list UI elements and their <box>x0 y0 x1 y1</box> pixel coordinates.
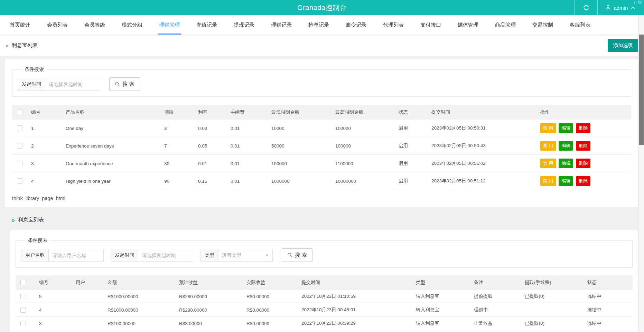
cell-remark: 提前提取 <box>470 290 521 303</box>
tab-agent-list[interactable]: 代理列表 <box>375 15 412 35</box>
date-filter-input[interactable] <box>45 78 100 91</box>
user-menu[interactable]: admin <box>598 0 644 15</box>
cell-max: 100000 <box>332 120 395 137</box>
cell-user <box>72 303 104 317</box>
app-title: Granada控制台 <box>0 3 644 12</box>
search-legend: 条件搜索 <box>25 237 50 244</box>
table-row: 4 R$1000.00000 R$280.00000 R$0.00000 202… <box>16 303 633 317</box>
refresh-icon <box>583 4 589 11</box>
table-row: 3 One month experience 30 0.01 0.01 1000… <box>12 155 631 172</box>
delete-button[interactable]: 删除 <box>576 159 590 168</box>
cell-withdraw <box>521 330 584 332</box>
cell-time: 2023年02月05日 00:51:02 <box>428 155 537 172</box>
scrollbar[interactable] <box>638 15 644 332</box>
tab-withdraw-records[interactable]: 提现记录 <box>225 15 263 35</box>
tab-member-list[interactable]: 会员列表 <box>39 15 76 35</box>
edit-button[interactable]: 编辑 <box>559 123 573 133</box>
search-button[interactable]: 搜 索 <box>282 248 312 262</box>
cell-expected: R$280.00000 <box>176 303 243 317</box>
tab-trade-control[interactable]: 交易控制 <box>524 15 561 35</box>
tab-order-grab-records[interactable]: 抢单记录 <box>300 15 337 35</box>
cell-amount: R$1000.00000 <box>104 290 176 303</box>
col-expected: 预计收益 <box>176 275 243 290</box>
edit-button[interactable]: 编辑 <box>559 141 573 151</box>
record-table-body: 5 R$1000.00000 R$280.00000 R$0.00000 202… <box>16 290 633 332</box>
top-bar: Granada控制台 正版 admin <box>0 0 644 15</box>
select-all-checkbox[interactable] <box>20 280 26 285</box>
row-checkbox[interactable] <box>17 178 22 184</box>
cell-term: 7 <box>161 137 195 155</box>
type-filter-label: 类型 <box>200 249 218 262</box>
tab-recharge-records[interactable]: 充值记录 <box>188 15 225 35</box>
table-row: 5 R$1000.00000 R$280.00000 R$0.00000 202… <box>16 290 633 303</box>
tab-finance-mgmt[interactable]: 理财管理 <box>151 15 188 35</box>
tab-payment-api[interactable]: 支付接口 <box>412 15 449 35</box>
cell-amount: R$1000.00000 <box>104 303 176 317</box>
row-checkbox[interactable] <box>20 294 26 299</box>
select-all-checkbox[interactable] <box>17 110 22 115</box>
tab-home-stats[interactable]: 首页统计 <box>1 15 39 35</box>
cell-id: 5 <box>36 290 72 303</box>
row-checkbox[interactable] <box>17 143 22 149</box>
tab-account-change-records[interactable]: 账变记录 <box>337 15 375 35</box>
search-panel: 条件搜索 发起时间 搜 索 <box>12 66 631 97</box>
product-table-body: 1 One day 3 0.03 0.01 10000 100000 启用 20… <box>12 120 631 190</box>
cell-min: 10000 <box>268 120 332 137</box>
cell-status: 启用 <box>395 172 428 190</box>
tab-member-level[interactable]: 会员等级 <box>76 15 113 35</box>
row-checkbox[interactable] <box>20 321 26 326</box>
cell-remark: 正常收益 <box>470 317 521 330</box>
disable-button[interactable]: 禁 用 <box>540 159 556 168</box>
tab-service-list[interactable]: 客服列表 <box>561 15 599 35</box>
refresh-button[interactable] <box>575 0 597 15</box>
cell-status: 启用 <box>395 120 428 137</box>
cell-max: 100000 <box>332 137 395 155</box>
tab-finance-records[interactable]: 理财记录 <box>263 15 300 35</box>
page-title: 利息宝列表 <box>12 42 38 49</box>
delete-button[interactable]: 删除 <box>576 176 590 186</box>
cell-time: 2022年10月23日 00:45:01 <box>298 303 412 317</box>
col-type: 类型 <box>412 275 470 290</box>
delete-button[interactable]: 删除 <box>576 123 590 133</box>
cell-id: 2 <box>28 137 62 155</box>
date-filter-input[interactable] <box>138 249 193 262</box>
scrollbar-thumb[interactable] <box>639 35 644 145</box>
page-header-bar: » 利息宝列表 添加选项 <box>0 35 644 56</box>
cell-id: 1 <box>28 120 62 137</box>
tab-media-mgmt[interactable]: 媒体管理 <box>449 15 487 35</box>
date-filter-group: 发起时间 <box>111 249 193 262</box>
cell-time: 2022年10月19日 04:24:11 <box>298 330 412 332</box>
search-button-label: 搜 索 <box>122 81 134 87</box>
username-filter-input[interactable] <box>48 249 104 262</box>
disable-button[interactable]: 禁 用 <box>540 141 556 151</box>
table-row: 1 One day 3 0.03 0.01 10000 100000 启用 20… <box>12 120 631 137</box>
cell-status: 启用 <box>395 155 428 172</box>
cell-time: 2023年02月05日 00:50:31 <box>428 120 537 137</box>
row-checkbox[interactable] <box>20 307 26 313</box>
col-actions: 操作 <box>537 105 631 120</box>
username-filter-label: 用户名称 <box>21 249 48 262</box>
row-checkbox[interactable] <box>17 125 22 131</box>
row-checkbox[interactable] <box>17 161 22 166</box>
cell-remark: 理财中 <box>470 330 521 332</box>
cell-status: 冻结中 <box>584 290 633 303</box>
cell-fee: 0.01 <box>227 155 268 172</box>
cell-type: 转入利息宝 <box>412 330 470 332</box>
cell-actual: R$0.00000 <box>243 317 298 330</box>
breadcrumb-2: » 利息宝列表 <box>0 207 644 230</box>
col-term: 期限 <box>161 105 195 120</box>
cell-min: 50000 <box>268 137 332 155</box>
search-button[interactable]: 搜 索 <box>109 77 140 91</box>
delete-button[interactable]: 删除 <box>576 141 590 151</box>
edit-button[interactable]: 编辑 <box>559 176 573 186</box>
tab-mode-group[interactable]: 模式分组 <box>113 15 151 35</box>
disable-button[interactable]: 禁 用 <box>540 176 556 186</box>
disable-button[interactable]: 禁 用 <box>540 123 556 133</box>
cell-actual: R$0.00000 <box>243 330 298 332</box>
edit-button[interactable]: 编辑 <box>559 159 573 168</box>
cell-amount: R$100.00000 <box>104 330 176 332</box>
add-option-button[interactable]: 添加选项 <box>608 39 638 52</box>
type-select[interactable]: 所有类型 ▼ <box>218 249 273 262</box>
tab-product-mgmt[interactable]: 商品管理 <box>487 15 524 35</box>
cell-fee: 0.01 <box>227 137 268 155</box>
